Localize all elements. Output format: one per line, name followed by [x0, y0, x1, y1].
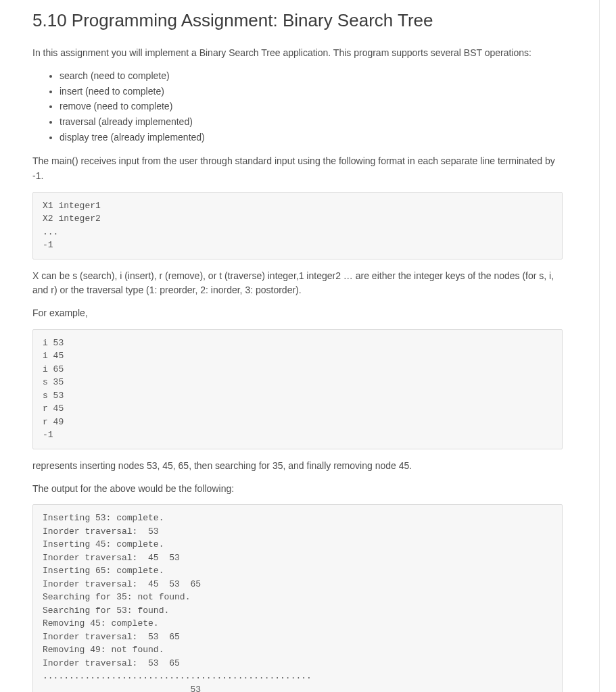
example-explanation: represents inserting nodes 53, 45, 65, t…: [32, 459, 563, 474]
list-item: traversal (already implemented): [60, 115, 563, 130]
main-input-description: The main() receives input from the user …: [32, 154, 563, 183]
list-item: search (need to complete): [60, 69, 563, 84]
x-explanation: X can be s (search), i (insert), r (remo…: [32, 269, 563, 298]
for-example-label: For example,: [32, 306, 563, 321]
operations-list: search (need to complete) insert (need t…: [32, 69, 563, 145]
output-intro: The output for the above would be the fo…: [32, 482, 563, 497]
code-input-format: X1 integer1 X2 integer2 ... -1: [32, 192, 563, 260]
page-title: 5.10 Programming Assignment: Binary Sear…: [32, 7, 563, 34]
intro-paragraph: In this assignment you will implement a …: [32, 46, 563, 61]
page-root: 5.10 Programming Assignment: Binary Sear…: [0, 0, 616, 692]
document-content: 5.10 Programming Assignment: Binary Sear…: [0, 0, 595, 692]
list-item: insert (need to complete): [60, 84, 563, 99]
list-item: remove (need to complete): [60, 99, 563, 114]
code-example-input: i 53 i 45 i 65 s 35 s 53 r 45 r 49 -1: [32, 329, 563, 449]
list-item: display tree (already implemented): [60, 130, 563, 145]
code-example-output: Inserting 53: complete. Inorder traversa…: [32, 504, 563, 692]
right-divider: [599, 0, 600, 692]
